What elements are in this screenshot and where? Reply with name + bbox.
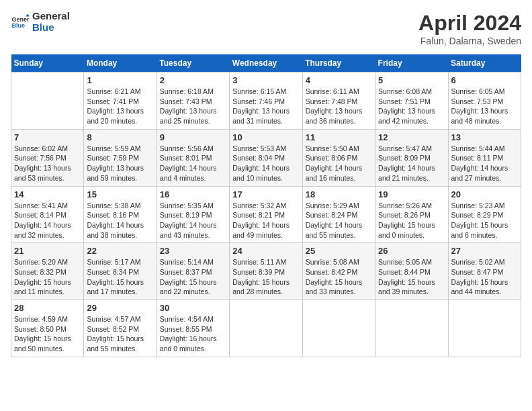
day-cell: 17Sunrise: 5:32 AMSunset: 8:21 PMDayligh…: [230, 186, 302, 243]
month-title: April 2024: [418, 11, 521, 36]
day-cell: 15Sunrise: 5:38 AMSunset: 8:16 PMDayligh…: [84, 186, 157, 243]
day-number: 28: [14, 303, 81, 313]
svg-text:Blue: Blue: [11, 22, 25, 29]
day-cell: 2Sunrise: 6:18 AMSunset: 7:43 PMDaylight…: [157, 73, 229, 130]
day-number: 26: [378, 246, 445, 256]
day-info: Sunrise: 5:38 AMSunset: 8:16 PMDaylight:…: [87, 201, 153, 240]
weekday-header-thursday: Thursday: [302, 54, 375, 73]
day-cell: 21Sunrise: 5:20 AMSunset: 8:32 PMDayligh…: [11, 243, 84, 300]
title-block: April 2024 Falun, Dalarna, Sweden: [418, 11, 521, 46]
day-number: 13: [451, 132, 518, 142]
day-cell: 19Sunrise: 5:26 AMSunset: 8:26 PMDayligh…: [375, 186, 448, 243]
day-info: Sunrise: 5:20 AMSunset: 8:32 PMDaylight:…: [14, 257, 81, 297]
day-info: Sunrise: 5:23 AMSunset: 8:29 PMDaylight:…: [451, 201, 518, 240]
day-number: 8: [87, 132, 153, 142]
weekday-header-friday: Friday: [375, 54, 448, 73]
day-cell: 11Sunrise: 5:50 AMSunset: 8:06 PMDayligh…: [302, 129, 375, 186]
day-cell: 9Sunrise: 5:56 AMSunset: 8:01 PMDaylight…: [157, 129, 229, 186]
day-number: 24: [232, 246, 299, 256]
day-cell: 25Sunrise: 5:08 AMSunset: 8:42 PMDayligh…: [302, 243, 375, 300]
day-info: Sunrise: 5:02 AMSunset: 8:47 PMDaylight:…: [451, 257, 518, 297]
weekday-header-monday: Monday: [84, 54, 157, 73]
week-row-4: 21Sunrise: 5:20 AMSunset: 8:32 PMDayligh…: [11, 243, 521, 300]
day-cell: 20Sunrise: 5:23 AMSunset: 8:29 PMDayligh…: [448, 186, 521, 243]
day-cell: 29Sunrise: 4:57 AMSunset: 8:52 PMDayligh…: [84, 300, 157, 357]
day-number: 29: [87, 303, 153, 313]
day-info: Sunrise: 5:50 AMSunset: 8:06 PMDaylight:…: [306, 144, 372, 183]
day-number: 19: [378, 189, 445, 199]
day-cell: 8Sunrise: 5:59 AMSunset: 7:59 PMDaylight…: [84, 129, 157, 186]
calendar-table: SundayMondayTuesdayWednesdayThursdayFrid…: [11, 54, 521, 357]
day-number: 4: [306, 75, 372, 85]
day-number: 27: [451, 246, 518, 256]
day-info: Sunrise: 5:17 AMSunset: 8:34 PMDaylight:…: [87, 257, 153, 297]
day-info: Sunrise: 5:53 AMSunset: 8:04 PMDaylight:…: [232, 144, 299, 183]
day-info: Sunrise: 5:11 AMSunset: 8:39 PMDaylight:…: [232, 257, 299, 297]
week-row-1: 1Sunrise: 6:21 AMSunset: 7:41 PMDaylight…: [11, 73, 521, 130]
day-number: 30: [160, 303, 226, 313]
day-cell: 4Sunrise: 6:11 AMSunset: 7:48 PMDaylight…: [302, 73, 375, 130]
day-info: Sunrise: 6:05 AMSunset: 7:53 PMDaylight:…: [451, 87, 518, 126]
week-row-5: 28Sunrise: 4:59 AMSunset: 8:50 PMDayligh…: [11, 300, 521, 357]
day-cell: [302, 300, 375, 357]
day-info: Sunrise: 5:29 AMSunset: 8:24 PMDaylight:…: [306, 201, 372, 240]
day-info: Sunrise: 5:35 AMSunset: 8:19 PMDaylight:…: [160, 201, 226, 240]
day-cell: 1Sunrise: 6:21 AMSunset: 7:41 PMDaylight…: [84, 73, 157, 130]
day-number: 7: [14, 132, 81, 142]
logo-general: General: [32, 11, 70, 22]
day-cell: [11, 73, 84, 130]
day-cell: 13Sunrise: 5:44 AMSunset: 8:11 PMDayligh…: [448, 129, 521, 186]
day-info: Sunrise: 6:08 AMSunset: 7:51 PMDaylight:…: [378, 87, 445, 126]
day-number: 17: [232, 189, 299, 199]
day-info: Sunrise: 6:21 AMSunset: 7:41 PMDaylight:…: [87, 87, 153, 126]
weekday-header-sunday: Sunday: [11, 54, 84, 73]
day-info: Sunrise: 6:15 AMSunset: 7:46 PMDaylight:…: [232, 87, 299, 126]
day-info: Sunrise: 5:05 AMSunset: 8:44 PMDaylight:…: [378, 257, 445, 297]
day-number: 2: [160, 75, 226, 85]
day-cell: 30Sunrise: 4:54 AMSunset: 8:55 PMDayligh…: [157, 300, 229, 357]
day-number: 22: [87, 246, 153, 256]
day-number: 1: [87, 75, 153, 85]
day-number: 9: [160, 132, 226, 142]
day-cell: 6Sunrise: 6:05 AMSunset: 7:53 PMDaylight…: [448, 73, 521, 130]
day-info: Sunrise: 6:02 AMSunset: 7:56 PMDaylight:…: [14, 144, 81, 183]
svg-text:General: General: [11, 15, 30, 22]
day-info: Sunrise: 5:32 AMSunset: 8:21 PMDaylight:…: [232, 201, 299, 240]
day-info: Sunrise: 4:57 AMSunset: 8:52 PMDaylight:…: [87, 314, 153, 354]
day-number: 25: [306, 246, 372, 256]
day-number: 15: [87, 189, 153, 199]
day-cell: 3Sunrise: 6:15 AMSunset: 7:46 PMDaylight…: [230, 73, 302, 130]
day-cell: 28Sunrise: 4:59 AMSunset: 8:50 PMDayligh…: [11, 300, 84, 357]
day-cell: 18Sunrise: 5:29 AMSunset: 8:24 PMDayligh…: [302, 186, 375, 243]
logo-icon: General Blue: [11, 13, 30, 32]
day-cell: 24Sunrise: 5:11 AMSunset: 8:39 PMDayligh…: [230, 243, 302, 300]
day-info: Sunrise: 5:59 AMSunset: 7:59 PMDaylight:…: [87, 144, 153, 183]
day-cell: 23Sunrise: 5:14 AMSunset: 8:37 PMDayligh…: [157, 243, 229, 300]
day-cell: 27Sunrise: 5:02 AMSunset: 8:47 PMDayligh…: [448, 243, 521, 300]
day-info: Sunrise: 6:18 AMSunset: 7:43 PMDaylight:…: [160, 87, 226, 126]
day-number: 21: [14, 246, 81, 256]
day-info: Sunrise: 5:08 AMSunset: 8:42 PMDaylight:…: [306, 257, 372, 297]
day-cell: 10Sunrise: 5:53 AMSunset: 8:04 PMDayligh…: [230, 129, 302, 186]
day-number: 14: [14, 189, 81, 199]
svg-marker-2: [26, 13, 30, 16]
weekday-header-wednesday: Wednesday: [230, 54, 302, 73]
day-cell: [375, 300, 448, 357]
day-number: 6: [451, 75, 518, 85]
day-number: 5: [378, 75, 445, 85]
logo-blue: Blue: [32, 22, 70, 34]
page-header: General Blue General Blue April 2024 Fal…: [11, 11, 521, 46]
day-info: Sunrise: 5:14 AMSunset: 8:37 PMDaylight:…: [160, 257, 226, 297]
week-row-2: 7Sunrise: 6:02 AMSunset: 7:56 PMDaylight…: [11, 129, 521, 186]
day-info: Sunrise: 5:56 AMSunset: 8:01 PMDaylight:…: [160, 144, 226, 183]
day-info: Sunrise: 5:44 AMSunset: 8:11 PMDaylight:…: [451, 144, 518, 183]
weekday-header-tuesday: Tuesday: [157, 54, 229, 73]
week-row-3: 14Sunrise: 5:41 AMSunset: 8:14 PMDayligh…: [11, 186, 521, 243]
day-info: Sunrise: 6:11 AMSunset: 7:48 PMDaylight:…: [306, 87, 372, 126]
day-cell: 12Sunrise: 5:47 AMSunset: 8:09 PMDayligh…: [375, 129, 448, 186]
day-info: Sunrise: 5:41 AMSunset: 8:14 PMDaylight:…: [14, 201, 81, 240]
day-number: 10: [232, 132, 299, 142]
day-info: Sunrise: 5:47 AMSunset: 8:09 PMDaylight:…: [378, 144, 445, 183]
header-row: SundayMondayTuesdayWednesdayThursdayFrid…: [11, 54, 521, 73]
day-info: Sunrise: 5:26 AMSunset: 8:26 PMDaylight:…: [378, 201, 445, 240]
